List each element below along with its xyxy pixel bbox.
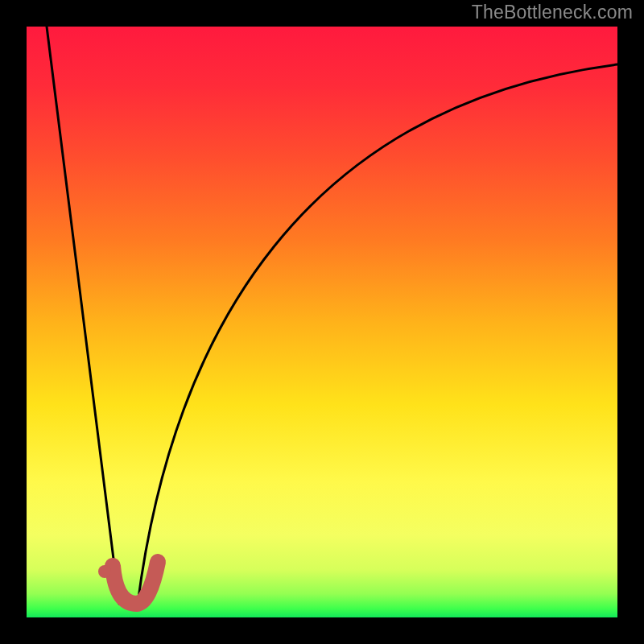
plot-area (27, 27, 617, 617)
watermark-text: TheBottleneck.com (472, 2, 633, 23)
chart-stage: TheBottleneck.com (0, 0, 644, 644)
accent-dot (98, 565, 111, 578)
chart-svg (0, 0, 644, 644)
